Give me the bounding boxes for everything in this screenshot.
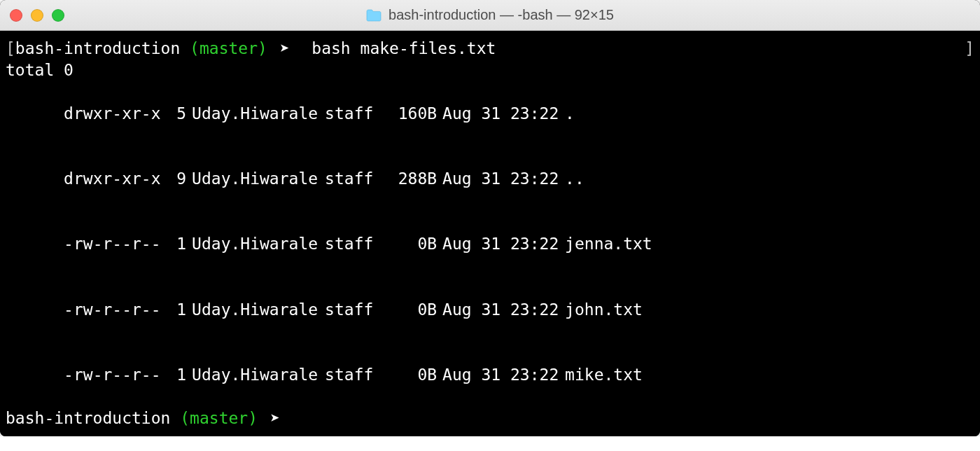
prompt-line-2: bash-introduction ( master ) ➤ bbox=[6, 408, 974, 429]
col-date: Aug 31 23:22 bbox=[442, 299, 565, 321]
col-filename: john.txt bbox=[565, 299, 643, 321]
terminal-body[interactable]: [ bash-introduction ( master ) ➤ bash ma… bbox=[0, 31, 980, 436]
col-filename: jenna.txt bbox=[565, 233, 652, 255]
col-links: 1 bbox=[165, 233, 186, 255]
total-line: total 0 bbox=[6, 60, 974, 81]
close-button[interactable] bbox=[10, 9, 22, 22]
ls-row: -rw-r--r--1Uday.Hiwaralestaff0BAug 31 23… bbox=[6, 211, 974, 277]
col-group: staff bbox=[325, 233, 391, 255]
col-user: Uday.Hiwarale bbox=[192, 103, 325, 125]
col-group: staff bbox=[325, 103, 391, 125]
prompt-left-bracket: [ bbox=[6, 38, 15, 60]
branch-close-paren: ) bbox=[248, 408, 258, 429]
col-size: 160B bbox=[391, 103, 437, 125]
col-date: Aug 31 23:22 bbox=[442, 103, 565, 125]
col-filename: . bbox=[565, 103, 575, 125]
col-date: Aug 31 23:22 bbox=[442, 364, 565, 386]
maximize-button[interactable] bbox=[52, 9, 64, 22]
traffic-lights bbox=[10, 9, 64, 22]
col-permissions: -rw-r--r-- bbox=[64, 364, 165, 386]
col-size: 0B bbox=[391, 299, 437, 321]
col-filename: mike.txt bbox=[565, 364, 643, 386]
prompt-line-1: [ bash-introduction ( master ) ➤ bash ma… bbox=[6, 38, 974, 60]
col-group: staff bbox=[325, 168, 391, 190]
col-user: Uday.Hiwarale bbox=[192, 168, 325, 190]
minimize-button[interactable] bbox=[31, 9, 43, 22]
prompt-arrow-icon: ➤ bbox=[260, 408, 290, 429]
col-filename: .. bbox=[565, 168, 584, 190]
ls-row: drwxr-xr-x9Uday.Hiwaralestaff288BAug 31 … bbox=[6, 146, 974, 211]
col-links: 5 bbox=[165, 103, 186, 125]
col-links: 1 bbox=[165, 364, 186, 386]
branch-close-paren: ) bbox=[258, 38, 267, 60]
branch-open-paren: ( bbox=[190, 38, 200, 60]
col-group: staff bbox=[325, 299, 391, 321]
col-user: Uday.Hiwarale bbox=[192, 364, 325, 386]
col-links: 1 bbox=[165, 299, 186, 321]
prompt-dir: bash-introduction bbox=[6, 408, 180, 429]
col-permissions: -rw-r--r-- bbox=[64, 299, 165, 321]
ls-row: drwxr-xr-x5Uday.Hiwaralestaff160BAug 31 … bbox=[6, 81, 974, 146]
prompt-arrow-icon: ➤ bbox=[270, 38, 300, 60]
git-branch: master bbox=[200, 38, 258, 60]
ls-row: -rw-r--r--1Uday.Hiwaralestaff0BAug 31 23… bbox=[6, 342, 974, 408]
git-branch: master bbox=[190, 408, 248, 429]
prompt-dir: bash-introduction bbox=[15, 38, 190, 60]
col-date: Aug 31 23:22 bbox=[442, 168, 565, 190]
terminal-window: bash-introduction — -bash — 92×15 [ bash… bbox=[0, 0, 980, 436]
window-title: bash-introduction — -bash — 92×15 bbox=[388, 7, 614, 23]
branch-open-paren: ( bbox=[180, 408, 190, 429]
command-text: bash make-files.txt bbox=[302, 38, 496, 60]
folder-icon bbox=[366, 9, 382, 22]
col-user: Uday.Hiwarale bbox=[192, 233, 325, 255]
col-group: staff bbox=[325, 364, 391, 386]
col-permissions: -rw-r--r-- bbox=[64, 233, 165, 255]
col-permissions: drwxr-xr-x bbox=[64, 103, 165, 125]
col-size: 288B bbox=[391, 168, 437, 190]
col-size: 0B bbox=[391, 233, 437, 255]
col-date: Aug 31 23:22 bbox=[442, 233, 565, 255]
col-size: 0B bbox=[391, 364, 437, 386]
ls-row: -rw-r--r--1Uday.Hiwaralestaff0BAug 31 23… bbox=[6, 277, 974, 342]
col-user: Uday.Hiwarale bbox=[192, 299, 325, 321]
title-wrap: bash-introduction — -bash — 92×15 bbox=[366, 7, 614, 23]
prompt-right-bracket: ] bbox=[965, 38, 974, 60]
col-links: 9 bbox=[165, 168, 186, 190]
col-permissions: drwxr-xr-x bbox=[64, 168, 165, 190]
titlebar[interactable]: bash-introduction — -bash — 92×15 bbox=[0, 0, 980, 31]
